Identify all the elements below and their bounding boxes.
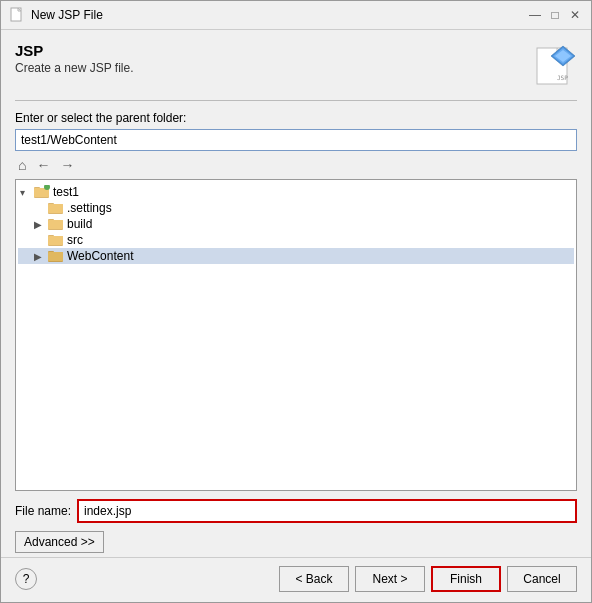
bottom-section: File name: Advanced >> bbox=[15, 491, 577, 557]
maximize-button[interactable]: □ bbox=[547, 7, 563, 23]
forward-nav-button[interactable]: → bbox=[57, 157, 77, 173]
home-nav-button[interactable]: ⌂ bbox=[15, 157, 29, 173]
tree-toggle-build[interactable]: ▶ bbox=[34, 219, 48, 230]
tree-item-build[interactable]: ▶ build bbox=[18, 216, 574, 232]
jsp-header-icon: JSP bbox=[533, 42, 577, 86]
title-bar: New JSP File — □ ✕ bbox=[1, 1, 591, 30]
separator-1 bbox=[15, 100, 577, 101]
advanced-button[interactable]: Advanced >> bbox=[15, 531, 104, 553]
tree-label-src: src bbox=[67, 233, 83, 247]
tree-item-test1[interactable]: ▾ test1 bbox=[18, 184, 574, 200]
next-button[interactable]: Next > bbox=[355, 566, 425, 592]
close-button[interactable]: ✕ bbox=[567, 7, 583, 23]
help-button[interactable]: ? bbox=[15, 568, 37, 590]
jsp-icon-svg: JSP bbox=[533, 42, 577, 86]
footer-right: < Back Next > Finish Cancel bbox=[279, 566, 577, 592]
src-folder-icon bbox=[48, 233, 64, 247]
title-bar-left: New JSP File bbox=[9, 7, 103, 23]
file-name-input[interactable] bbox=[77, 499, 577, 523]
dialog-window: New JSP File — □ ✕ JSP Create a new JSP … bbox=[0, 0, 592, 603]
new-file-icon bbox=[9, 7, 25, 23]
project-folder-icon bbox=[34, 185, 50, 199]
nav-toolbar: ⌂ ← → bbox=[15, 155, 577, 175]
settings-folder-icon bbox=[48, 201, 64, 215]
minimize-button[interactable]: — bbox=[527, 7, 543, 23]
dialog-footer: ? < Back Next > Finish Cancel bbox=[1, 557, 591, 602]
svg-rect-16 bbox=[48, 204, 63, 213]
tree-item-src[interactable]: src bbox=[18, 232, 574, 248]
tree-label-settings: .settings bbox=[67, 201, 112, 215]
tree-toggle-test1[interactable]: ▾ bbox=[20, 187, 34, 198]
file-name-row: File name: bbox=[15, 499, 577, 523]
tree-label-build: build bbox=[67, 217, 92, 231]
dialog-body: JSP Create a new JSP file. JSP bbox=[1, 30, 591, 557]
title-bar-controls: — □ ✕ bbox=[527, 7, 583, 23]
svg-text:JSP: JSP bbox=[557, 74, 568, 81]
back-nav-button[interactable]: ← bbox=[33, 157, 53, 173]
folder-input[interactable] bbox=[15, 129, 577, 151]
tree-item-settings[interactable]: .settings bbox=[18, 200, 574, 216]
file-name-label: File name: bbox=[15, 504, 71, 518]
tree-label-test1: test1 bbox=[53, 185, 79, 199]
svg-rect-19 bbox=[48, 220, 63, 229]
build-folder-icon bbox=[48, 217, 64, 231]
svg-rect-22 bbox=[48, 236, 63, 245]
webcontent-folder-icon bbox=[48, 249, 64, 263]
tree-toggle-webcontent[interactable]: ▶ bbox=[34, 251, 48, 262]
header-text: JSP Create a new JSP file. bbox=[15, 42, 134, 75]
back-button[interactable]: < Back bbox=[279, 566, 349, 592]
folder-tree[interactable]: ▾ test1 .settings bbox=[15, 179, 577, 491]
dialog-heading: JSP bbox=[15, 42, 134, 59]
footer-left: ? bbox=[15, 568, 37, 590]
dialog-subtext: Create a new JSP file. bbox=[15, 61, 134, 75]
header-section: JSP Create a new JSP file. JSP bbox=[15, 42, 577, 86]
svg-rect-25 bbox=[48, 252, 63, 261]
folder-label: Enter or select the parent folder: bbox=[15, 111, 577, 125]
tree-item-webcontent[interactable]: ▶ WebContent bbox=[18, 248, 574, 264]
tree-label-webcontent: WebContent bbox=[67, 249, 134, 263]
finish-button[interactable]: Finish bbox=[431, 566, 501, 592]
cancel-button[interactable]: Cancel bbox=[507, 566, 577, 592]
dialog-title: New JSP File bbox=[31, 8, 103, 22]
